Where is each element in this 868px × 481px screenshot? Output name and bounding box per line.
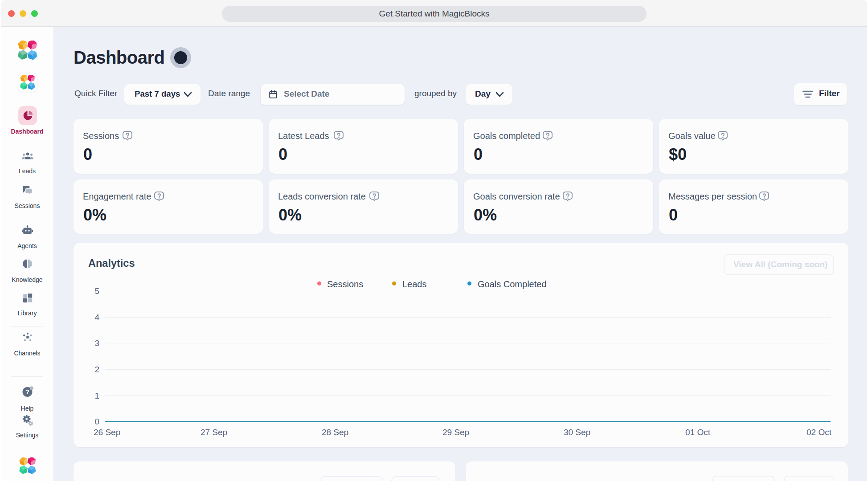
- svg-text:?: ?: [25, 388, 29, 395]
